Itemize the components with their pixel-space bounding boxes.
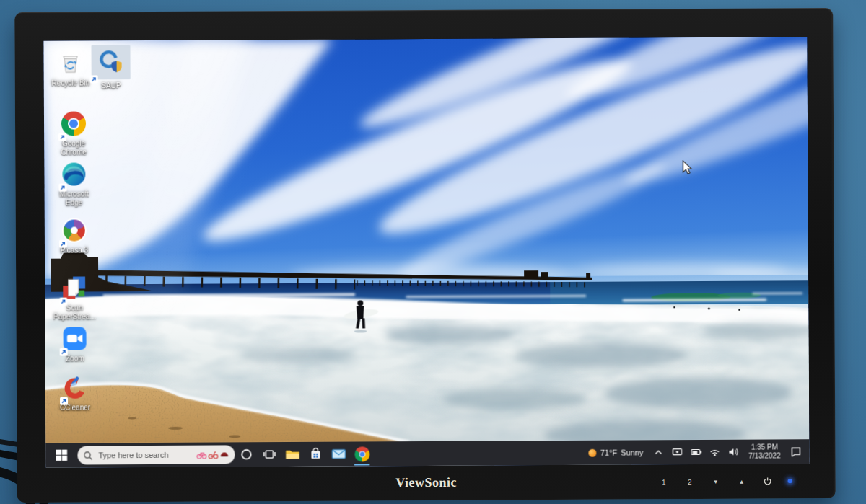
osd-button-up[interactable]: ▲ bbox=[736, 474, 748, 489]
taskbar-app-google-chrome[interactable] bbox=[350, 441, 373, 466]
power-icon bbox=[764, 477, 772, 485]
file-explorer-icon bbox=[285, 448, 299, 461]
sun-icon bbox=[589, 448, 597, 456]
osd-button-down[interactable]: ▼ bbox=[710, 474, 722, 489]
recycle-bin-icon bbox=[56, 49, 84, 76]
ccleaner-icon bbox=[61, 373, 89, 401]
weather-condition: Sunny bbox=[621, 448, 643, 456]
desktop-icon-google-chrome[interactable]: Google Chrome bbox=[50, 110, 97, 156]
shortcut-arrow-icon bbox=[60, 346, 68, 354]
monitor-bezel: ViewSonic 1 2 ▼ ▲ bbox=[17, 464, 836, 503]
taskbar-app-task-view[interactable] bbox=[258, 442, 281, 467]
icon-label: Microsoft Edge bbox=[51, 190, 98, 206]
cortana-icon bbox=[240, 448, 253, 461]
taskbar-search[interactable] bbox=[77, 445, 235, 464]
desktop-icon-picasa-3[interactable]: Picasa 3 bbox=[51, 216, 98, 255]
chrome-icon bbox=[354, 446, 369, 461]
display-device-icon[interactable] bbox=[670, 440, 683, 464]
search-input[interactable] bbox=[97, 450, 196, 461]
picasa-icon bbox=[61, 216, 88, 244]
bicycle-icon bbox=[196, 451, 206, 459]
taskbar-app-cortana[interactable] bbox=[235, 442, 258, 467]
chrome-icon bbox=[60, 110, 87, 137]
power-button[interactable] bbox=[762, 474, 774, 488]
wallpaper-clouds bbox=[43, 37, 808, 279]
action-center-button[interactable] bbox=[789, 439, 802, 464]
clock[interactable]: 1:35 PM 7/13/2022 bbox=[745, 439, 783, 464]
shortcut-arrow-icon bbox=[59, 296, 67, 304]
weather-widget[interactable]: 71°F Sunny bbox=[589, 448, 647, 456]
network-icon[interactable] bbox=[708, 440, 721, 464]
shortcut-arrow-icon bbox=[60, 395, 68, 403]
shortcut-arrow-icon bbox=[59, 238, 67, 246]
icon-label: Scan PaperStrea... bbox=[51, 304, 98, 320]
osd-button-1[interactable]: 1 bbox=[658, 474, 670, 489]
edge-icon bbox=[60, 160, 87, 187]
icon-label: Zoom bbox=[51, 354, 99, 363]
taskbar-app-mail[interactable] bbox=[327, 442, 350, 467]
paperstream-icon bbox=[61, 274, 88, 301]
shortcut-arrow-icon bbox=[58, 182, 66, 190]
photo-of-monitor: Recycle Bin SAUP bbox=[0, 0, 866, 504]
taskbar: 71°F Sunny bbox=[45, 439, 809, 468]
power-led bbox=[788, 479, 792, 483]
weather-temp: 71°F bbox=[600, 448, 617, 457]
search-icon bbox=[83, 451, 92, 460]
desktop-icon-paperstream[interactable]: Scan PaperStrea... bbox=[51, 274, 98, 320]
clock-time: 1:35 PM bbox=[748, 443, 781, 452]
windows-logo-icon bbox=[56, 450, 67, 461]
zoom-icon bbox=[61, 324, 88, 352]
taskbar-app-microsoft-store[interactable] bbox=[304, 442, 327, 467]
icon-label: CCleaner bbox=[51, 403, 99, 412]
desktop-icon-zoom[interactable]: Zoom bbox=[51, 324, 98, 363]
osd-controls: 1 2 ▼ ▲ bbox=[658, 464, 792, 499]
volume-icon[interactable] bbox=[727, 440, 740, 464]
saup-icon bbox=[91, 45, 130, 79]
helmet-icon bbox=[219, 450, 229, 459]
monitor-brand: ViewSonic bbox=[395, 475, 457, 490]
viewsonic-monitor: Recycle Bin SAUP bbox=[14, 8, 836, 503]
taskbar-app-file-explorer[interactable] bbox=[281, 442, 304, 467]
windows-desktop: Recycle Bin SAUP bbox=[43, 37, 809, 468]
desktop-icon-microsoft-edge[interactable]: Microsoft Edge bbox=[50, 160, 97, 206]
task-view-icon bbox=[263, 448, 276, 461]
icon-label: Google Chrome bbox=[50, 139, 97, 156]
desktop-icon-saup[interactable]: SAUP bbox=[87, 45, 134, 90]
hidden-icons-chevron[interactable] bbox=[652, 440, 665, 464]
wallpaper-ocean-scene bbox=[45, 244, 810, 468]
osd-button-2[interactable]: 2 bbox=[684, 474, 696, 489]
search-highlights bbox=[196, 450, 229, 459]
start-button[interactable] bbox=[45, 443, 77, 468]
microsoft-store-icon bbox=[309, 448, 322, 461]
shortcut-arrow-icon bbox=[90, 73, 98, 81]
scooter-icon bbox=[208, 451, 218, 459]
action-center-icon bbox=[790, 446, 801, 456]
icon-label: Picasa 3 bbox=[51, 246, 98, 255]
shortcut-arrow-icon bbox=[58, 131, 66, 139]
clock-date: 7/13/2022 bbox=[748, 451, 781, 461]
battery-icon[interactable] bbox=[689, 440, 702, 464]
mail-icon bbox=[331, 448, 346, 460]
system-tray: 71°F Sunny bbox=[589, 439, 810, 465]
desktop-icon-ccleaner[interactable]: CCleaner bbox=[51, 373, 99, 412]
